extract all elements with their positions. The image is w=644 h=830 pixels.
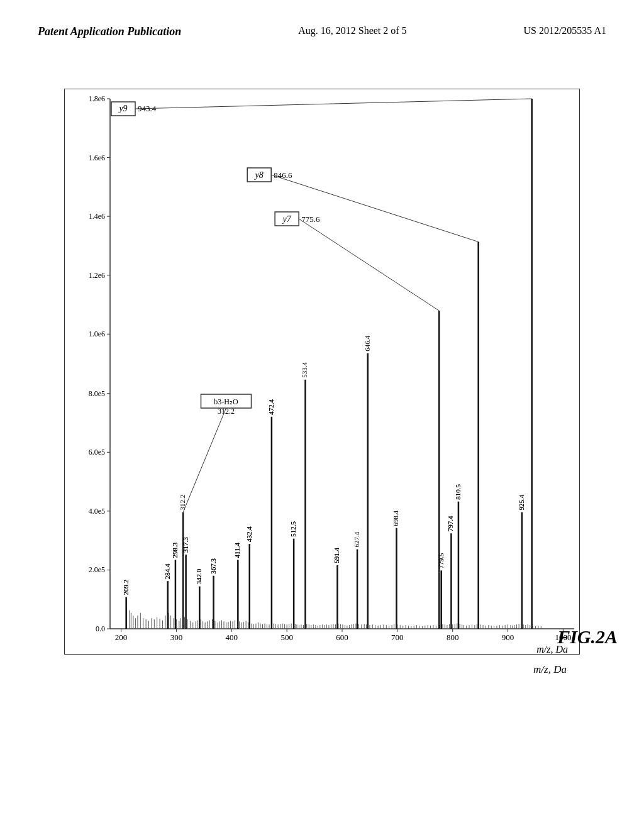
svg-line-262 bbox=[299, 219, 439, 311]
svg-text:400: 400 bbox=[226, 633, 238, 642]
svg-text:1.0e6: 1.0e6 bbox=[89, 329, 105, 338]
chart-svg: 0.02.0e54.0e56.0e58.0e51.0e61.2e61.4e61.… bbox=[65, 89, 579, 654]
svg-text:2.0e5: 2.0e5 bbox=[89, 565, 105, 574]
svg-text:700: 700 bbox=[391, 633, 404, 642]
svg-text:512.5: 512.5 bbox=[289, 521, 297, 536]
figure-label: FIG.2A bbox=[557, 626, 618, 648]
svg-text:1.2e6: 1.2e6 bbox=[89, 271, 105, 280]
svg-text:411.4: 411.4 bbox=[233, 543, 241, 558]
svg-text:300: 300 bbox=[170, 633, 183, 642]
svg-text:800: 800 bbox=[447, 633, 459, 642]
header: Patent Application Publication Aug. 16, … bbox=[38, 25, 606, 38]
svg-line-258 bbox=[271, 175, 478, 242]
svg-text:209.2: 209.2 bbox=[122, 580, 130, 595]
publication-date-sheet: Aug. 16, 2012 Sheet 2 of 5 bbox=[298, 25, 406, 36]
x-axis-title: m/z, Da bbox=[533, 663, 567, 676]
svg-text:810.5: 810.5 bbox=[454, 484, 462, 499]
svg-text:591.4: 591.4 bbox=[333, 548, 340, 563]
svg-text:y9: y9 bbox=[118, 104, 127, 113]
svg-text:646.4: 646.4 bbox=[364, 335, 371, 351]
svg-text:4.0e5: 4.0e5 bbox=[89, 507, 105, 516]
svg-text:b3-H₂O: b3-H₂O bbox=[214, 397, 238, 406]
publication-number: US 2012/205535 A1 bbox=[523, 25, 606, 36]
svg-text:500: 500 bbox=[280, 633, 293, 642]
chart-container: 0.02.0e54.0e56.0e58.0e51.0e61.2e61.4e61.… bbox=[64, 89, 580, 655]
svg-text:1.8e6: 1.8e6 bbox=[89, 94, 105, 103]
svg-text:y7: y7 bbox=[282, 214, 292, 224]
svg-text:298.3: 298.3 bbox=[171, 542, 179, 558]
svg-text:533.4: 533.4 bbox=[301, 362, 308, 378]
svg-text:342.0: 342.0 bbox=[195, 568, 203, 584]
svg-text:1.6e6: 1.6e6 bbox=[89, 153, 105, 162]
svg-text:317.3: 317.3 bbox=[182, 537, 189, 553]
svg-line-266 bbox=[183, 408, 226, 512]
svg-text:779.5: 779.5 bbox=[437, 553, 445, 568]
svg-text:200: 200 bbox=[115, 633, 128, 642]
svg-text:943.4: 943.4 bbox=[138, 104, 157, 113]
svg-text:8.0e5: 8.0e5 bbox=[89, 389, 105, 398]
svg-text:6.0e5: 6.0e5 bbox=[89, 448, 105, 456]
svg-text:900: 900 bbox=[502, 633, 514, 642]
svg-text:0.0: 0.0 bbox=[96, 624, 105, 633]
svg-text:925.4: 925.4 bbox=[518, 494, 525, 510]
svg-text:1.4e6: 1.4e6 bbox=[89, 212, 105, 221]
svg-text:284.4: 284.4 bbox=[164, 563, 171, 579]
svg-text:627.4: 627.4 bbox=[353, 531, 360, 547]
publication-title: Patent Application Publication bbox=[38, 25, 181, 38]
svg-text:432.4: 432.4 bbox=[245, 526, 253, 542]
svg-text:472.4: 472.4 bbox=[267, 399, 275, 415]
svg-line-253 bbox=[135, 99, 532, 109]
svg-text:y8: y8 bbox=[254, 170, 264, 180]
svg-text:367.3: 367.3 bbox=[209, 558, 217, 573]
svg-text:797.4: 797.4 bbox=[447, 516, 454, 531]
svg-text:698.4: 698.4 bbox=[392, 511, 399, 526]
svg-text:600: 600 bbox=[336, 633, 348, 642]
page: Patent Application Publication Aug. 16, … bbox=[0, 0, 644, 830]
